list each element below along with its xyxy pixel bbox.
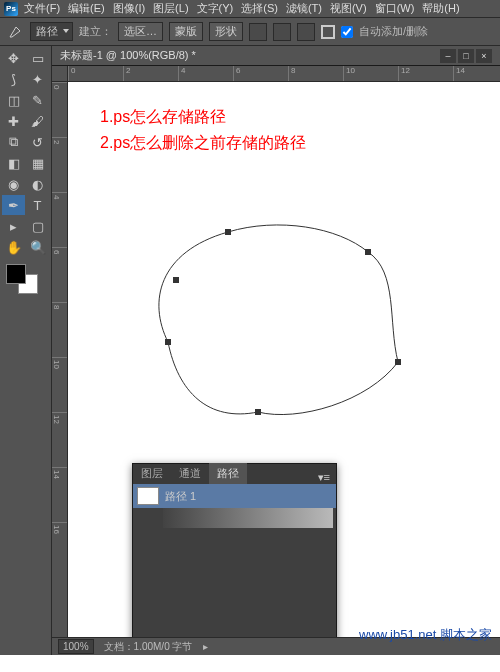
document-tab[interactable]: 未标题-1 @ 100%(RGB/8) * – □ × (52, 46, 500, 66)
menu-window[interactable]: 窗口(W) (373, 1, 417, 16)
menu-select[interactable]: 选择(S) (239, 1, 280, 16)
marquee-tool[interactable]: ▭ (26, 48, 49, 68)
ruler-h-tick: 4 (178, 66, 185, 81)
document-tab-title: 未标题-1 @ 100%(RGB/8) * (60, 48, 196, 63)
anchor-point[interactable] (255, 409, 261, 415)
make-mask-button[interactable]: 蒙版 (169, 22, 203, 41)
options-bar: 路径 建立： 选区… 蒙版 形状 自动添加/删除 (0, 18, 500, 46)
pen-tool-icon (6, 23, 24, 41)
make-shape-button[interactable]: 形状 (209, 22, 243, 41)
menu-image[interactable]: 图像(I) (111, 1, 147, 16)
ruler-horizontal[interactable]: 0 2 4 6 8 10 12 14 (68, 66, 500, 82)
eraser-tool[interactable]: ◧ (2, 153, 25, 173)
ruler-v-tick: 8 (52, 302, 67, 309)
ps-logo-icon: Ps (4, 2, 18, 16)
color-swatch[interactable] (2, 262, 49, 296)
blur-tool[interactable]: ◉ (2, 174, 25, 194)
rubber-band-icon[interactable] (321, 25, 335, 39)
ruler-h-tick: 6 (233, 66, 240, 81)
history-brush-tool[interactable]: ↺ (26, 132, 49, 152)
menu-view[interactable]: 视图(V) (328, 1, 369, 16)
lasso-tool[interactable]: ⟆ (2, 69, 25, 89)
make-selection-button[interactable]: 选区… (118, 22, 163, 41)
tools-panel: ✥ ▭ ⟆ ✦ ◫ ✎ ✚ 🖌 ⧉ ↺ ◧ ▦ ◉ ◐ ✒ T ▸ ▢ ✋ 🔍 (0, 46, 52, 655)
mode-dropdown[interactable]: 路径 (30, 22, 73, 41)
minimize-button[interactable]: – (440, 49, 456, 63)
build-label: 建立： (79, 24, 112, 39)
dodge-tool[interactable]: ◐ (26, 174, 49, 194)
photoshop-window: Ps 文件(F) 编辑(E) 图像(I) 图层(L) 文字(Y) 选择(S) 滤… (0, 0, 500, 655)
ruler-h-tick: 10 (343, 66, 355, 81)
menu-type[interactable]: 文字(Y) (195, 1, 236, 16)
menu-filter[interactable]: 滤镜(T) (284, 1, 324, 16)
stamp-tool[interactable]: ⧉ (2, 132, 25, 152)
menu-file[interactable]: 文件(F) (22, 1, 62, 16)
canvas-wrap: 0 2 4 6 8 10 12 14 0 2 4 6 8 10 12 (52, 66, 500, 637)
auto-add-delete-checkbox[interactable] (341, 26, 353, 38)
workspace: ✥ ▭ ⟆ ✦ ◫ ✎ ✚ 🖌 ⧉ ↺ ◧ ▦ ◉ ◐ ✒ T ▸ ▢ ✋ 🔍 (0, 46, 500, 655)
path-arrange-icon[interactable] (297, 23, 315, 41)
panel-tab-paths[interactable]: 路径 (209, 463, 247, 484)
maximize-button[interactable]: □ (458, 49, 474, 63)
annotation-line-2: 2.ps怎么删除之前存储的路径 (100, 130, 306, 156)
eyedropper-tool[interactable]: ✎ (26, 90, 49, 110)
panel-body: 路径 1 (133, 484, 336, 637)
doc-info: 文档：1.00M/0 字节 (104, 640, 193, 654)
zoom-field[interactable]: 100% (58, 639, 94, 654)
ruler-v-tick: 6 (52, 247, 67, 254)
panel-tabs: 图层 通道 路径 ▾≡ (133, 464, 336, 484)
panel-menu-icon[interactable]: ▾≡ (312, 471, 336, 484)
path-select-tool[interactable]: ▸ (2, 216, 25, 236)
panel-tab-channels[interactable]: 通道 (171, 463, 209, 484)
path-op-combine-icon[interactable] (249, 23, 267, 41)
ruler-h-tick: 12 (398, 66, 410, 81)
window-controls: – □ × (440, 49, 492, 63)
gradient-tool[interactable]: ▦ (26, 153, 49, 173)
ruler-v-tick: 14 (52, 467, 67, 479)
anchor-point[interactable] (225, 229, 231, 235)
path-align-icon[interactable] (273, 23, 291, 41)
brush-tool[interactable]: 🖌 (26, 111, 49, 131)
ruler-v-tick: 12 (52, 412, 67, 424)
anchor-point[interactable] (395, 359, 401, 365)
ruler-h-tick: 8 (288, 66, 295, 81)
redacted-area (163, 508, 333, 528)
ruler-h-tick: 2 (123, 66, 130, 81)
zoom-tool[interactable]: 🔍 (26, 237, 49, 257)
annotation-text: 1.ps怎么存储路径 2.ps怎么删除之前存储的路径 (100, 104, 306, 155)
anchor-point[interactable] (165, 339, 171, 345)
crop-tool[interactable]: ◫ (2, 90, 25, 110)
ruler-vertical[interactable]: 0 2 4 6 8 10 12 14 16 (52, 82, 68, 637)
vector-path[interactable] (118, 192, 418, 432)
anchor-point[interactable] (365, 249, 371, 255)
path-thumbnail (137, 487, 159, 505)
menu-layer[interactable]: 图层(L) (151, 1, 190, 16)
status-arrow-icon[interactable]: ▸ (203, 641, 208, 652)
ruler-v-tick: 4 (52, 192, 67, 199)
magic-wand-tool[interactable]: ✦ (26, 69, 49, 89)
shape-tool[interactable]: ▢ (26, 216, 49, 236)
path-row[interactable]: 路径 1 (133, 484, 336, 508)
close-button[interactable]: × (476, 49, 492, 63)
ruler-corner (52, 66, 68, 82)
panel-tab-layers[interactable]: 图层 (133, 463, 171, 484)
menu-edit[interactable]: 编辑(E) (66, 1, 107, 16)
anchor-point[interactable] (173, 277, 179, 283)
ruler-h-tick: 14 (453, 66, 465, 81)
ruler-v-tick: 0 (52, 82, 67, 89)
document-area: 未标题-1 @ 100%(RGB/8) * – □ × 0 2 4 6 8 10… (52, 46, 500, 655)
move-tool[interactable]: ✥ (2, 48, 25, 68)
watermark: www.jb51.net 脚本之家 (359, 626, 492, 644)
menubar: Ps 文件(F) 编辑(E) 图像(I) 图层(L) 文字(Y) 选择(S) 滤… (0, 0, 500, 18)
hand-tool[interactable]: ✋ (2, 237, 25, 257)
pen-tool[interactable]: ✒ (2, 195, 25, 215)
ruler-v-tick: 16 (52, 522, 67, 534)
auto-add-delete-label: 自动添加/删除 (359, 24, 428, 39)
healing-tool[interactable]: ✚ (2, 111, 25, 131)
menu-help[interactable]: 帮助(H) (420, 1, 461, 16)
paths-panel[interactable]: 图层 通道 路径 ▾≡ 路径 1 ● ○ (132, 463, 337, 637)
ruler-v-tick: 2 (52, 137, 67, 144)
foreground-color[interactable] (6, 264, 26, 284)
type-tool[interactable]: T (26, 195, 49, 215)
path-row-label: 路径 1 (165, 489, 196, 504)
